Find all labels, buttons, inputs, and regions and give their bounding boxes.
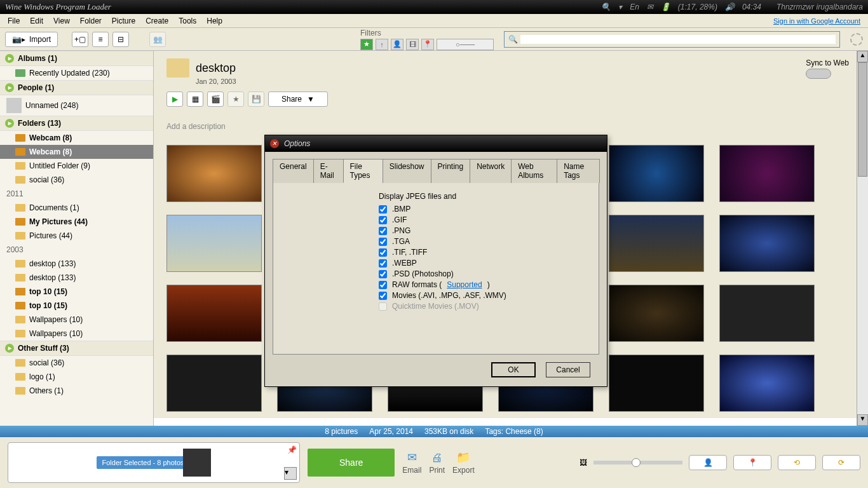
- thumbnail[interactable]: [609, 355, 704, 412]
- thumbnail[interactable]: [166, 215, 262, 272]
- sync-toggle[interactable]: [806, 69, 831, 79]
- signin-link[interactable]: Sign in with Google Account: [773, 17, 865, 25]
- thumbnail[interactable]: [166, 285, 262, 342]
- thumbnail[interactable]: [719, 355, 815, 412]
- star-button[interactable]: ★: [227, 92, 244, 107]
- mail-icon[interactable]: ✉: [647, 3, 653, 11]
- movie-button[interactable]: 🎬: [207, 92, 224, 107]
- file-type-checkbox[interactable]: [379, 292, 387, 300]
- menu-help[interactable]: Help: [201, 15, 227, 27]
- search-box[interactable]: [504, 31, 840, 48]
- thumbnail[interactable]: [609, 285, 704, 342]
- scroll-up-icon[interactable]: ▲: [857, 51, 868, 62]
- cancel-button[interactable]: Cancel: [546, 362, 590, 377]
- filter-geo-icon[interactable]: 📍: [421, 39, 434, 50]
- sidebar-item-recently-updated[interactable]: Recently Updated (230): [0, 66, 153, 80]
- sidebar-item-webcam-1[interactable]: Webcam (8): [0, 131, 153, 145]
- menu-create[interactable]: Create: [140, 15, 173, 27]
- geotag-button[interactable]: 📍: [733, 455, 771, 470]
- play-slideshow-button[interactable]: ▶: [166, 92, 183, 107]
- menu-edit[interactable]: Edit: [25, 15, 48, 27]
- dialog-titlebar[interactable]: ✕ Options: [265, 135, 607, 152]
- section-people[interactable]: People (1): [0, 80, 153, 95]
- tab-network[interactable]: Network: [470, 159, 512, 183]
- sidebar-item-social2[interactable]: social (36): [0, 356, 153, 370]
- zoom-slider[interactable]: [593, 461, 682, 464]
- sidebar-item-top10-2[interactable]: top 10 (15): [0, 299, 153, 313]
- file-type-checkbox[interactable]: [379, 227, 387, 235]
- misc-button-2[interactable]: ⟳: [822, 455, 860, 470]
- new-folder-button[interactable]: +▢: [72, 32, 88, 47]
- tab-file-types[interactable]: File Types: [343, 159, 383, 183]
- collage-button[interactable]: ▦: [187, 92, 203, 107]
- sidebar-item-wallpapers-1[interactable]: Wallpapers (10): [0, 313, 153, 327]
- filter-movie-icon[interactable]: 🎞: [406, 39, 419, 50]
- scroll-down-icon[interactable]: ▼: [857, 414, 868, 426]
- volume-icon[interactable]: 🔊: [725, 3, 735, 11]
- scrollbar[interactable]: ▲ ▼: [857, 51, 868, 426]
- pin-icon[interactable]: 📌: [287, 445, 297, 454]
- tag-people-button[interactable]: 👤: [689, 455, 727, 470]
- share-big-button[interactable]: Share: [308, 449, 395, 477]
- sidebar-item-untitled[interactable]: Untitled Folder (9): [0, 159, 153, 173]
- tab-name-tags[interactable]: Name Tags: [557, 159, 600, 183]
- file-type-checkbox[interactable]: [379, 281, 387, 289]
- tab-slideshow[interactable]: Slideshow: [383, 159, 431, 183]
- list-view-button[interactable]: ≡: [92, 32, 109, 47]
- section-folders[interactable]: Folders (13): [0, 116, 153, 131]
- sidebar-item-social[interactable]: social (36): [0, 173, 153, 187]
- file-type-checkbox[interactable]: [379, 205, 387, 214]
- sidebar-item-wallpapers-2[interactable]: Wallpapers (10): [0, 327, 153, 341]
- misc-button-1[interactable]: ⟲: [778, 455, 816, 470]
- thumbnail[interactable]: [166, 355, 262, 412]
- section-other[interactable]: Other Stuff (3): [0, 341, 153, 356]
- file-type-checkbox[interactable]: [379, 270, 387, 278]
- menu-tools[interactable]: Tools: [173, 15, 201, 27]
- tab-email[interactable]: E-Mail: [313, 159, 344, 183]
- supported-link[interactable]: Supported: [447, 280, 482, 289]
- thumbnail[interactable]: [609, 215, 704, 272]
- tab-general[interactable]: General: [273, 159, 314, 183]
- search-icon[interactable]: 🔍: [601, 3, 611, 11]
- thumbnail[interactable]: [609, 145, 704, 202]
- sidebar-item-unnamed[interactable]: Unnamed (248): [0, 95, 153, 116]
- search-input[interactable]: [520, 35, 836, 44]
- tray-thumbnail[interactable]: [183, 449, 211, 477]
- save-button[interactable]: 💾: [248, 92, 264, 107]
- sidebar-item-documents[interactable]: Documents (1): [0, 201, 153, 215]
- edit-icon[interactable]: 🖼: [580, 458, 587, 467]
- people-button[interactable]: 👥: [149, 32, 166, 47]
- zoom-handle[interactable]: [632, 458, 641, 467]
- menu-folder[interactable]: Folder: [75, 15, 107, 27]
- export-button[interactable]: 📁Export: [452, 451, 475, 475]
- sync-to-web[interactable]: Sync to Web: [806, 58, 849, 79]
- import-button[interactable]: 📷▸ Import: [5, 32, 58, 47]
- tray-menu-button[interactable]: ▾: [284, 467, 297, 480]
- filter-upload-icon[interactable]: ↑: [376, 39, 388, 50]
- thumbnail[interactable]: [719, 215, 815, 272]
- file-type-checkbox[interactable]: [379, 248, 387, 257]
- thumbnail[interactable]: [719, 285, 815, 342]
- sidebar-item-top10-1[interactable]: top 10 (15): [0, 285, 153, 299]
- close-icon[interactable]: ✕: [270, 139, 279, 148]
- menu-picture[interactable]: Picture: [107, 15, 140, 27]
- menu-file[interactable]: File: [3, 15, 25, 27]
- share-button[interactable]: Share▼: [268, 92, 328, 107]
- sidebar-item-webcam-2[interactable]: Webcam (8): [0, 145, 153, 159]
- menu-view[interactable]: View: [48, 15, 75, 27]
- user-name[interactable]: Thnzrmzwr irugalbandara: [776, 3, 863, 11]
- wifi-icon[interactable]: ▾: [618, 3, 622, 11]
- ok-button[interactable]: OK: [491, 362, 536, 377]
- sidebar-item-logo[interactable]: logo (1): [0, 370, 153, 384]
- section-albums[interactable]: Albums (1): [0, 51, 153, 66]
- filter-face-icon[interactable]: 👤: [391, 39, 403, 50]
- filter-star-icon[interactable]: ★: [360, 39, 373, 50]
- sidebar-item-mypictures[interactable]: My Pictures (44): [0, 215, 153, 229]
- lang-indicator[interactable]: En: [630, 3, 639, 11]
- email-button[interactable]: ✉Email: [402, 451, 421, 475]
- print-button[interactable]: 🖨Print: [429, 451, 445, 475]
- sidebar-item-desktop-1[interactable]: desktop (133): [0, 257, 153, 271]
- sidebar-item-others[interactable]: Others (1): [0, 384, 153, 398]
- tab-web-albums[interactable]: Web Albums: [511, 159, 557, 183]
- scroll-thumb[interactable]: [858, 62, 867, 177]
